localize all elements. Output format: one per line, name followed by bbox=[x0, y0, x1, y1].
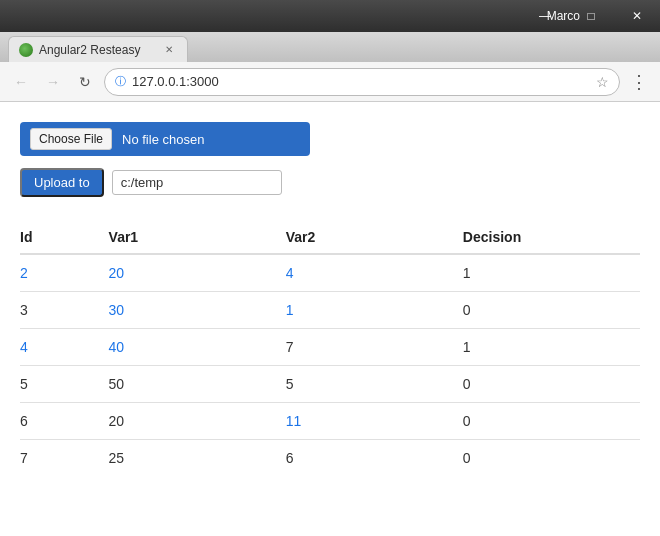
table-row: 620110 bbox=[20, 403, 640, 440]
url-info-icon: ⓘ bbox=[115, 74, 126, 89]
table-cell[interactable]: 40 bbox=[109, 329, 286, 366]
active-tab[interactable]: Angular2 Resteasy ✕ bbox=[8, 36, 188, 62]
tab-bar: Angular2 Resteasy ✕ bbox=[0, 32, 660, 62]
table-cell: 3 bbox=[20, 292, 109, 329]
url-text: 127.0.0.1:3000 bbox=[132, 74, 590, 89]
back-button[interactable]: ← bbox=[8, 69, 34, 95]
browser-menu-button[interactable]: ⋮ bbox=[626, 69, 652, 95]
tab-close-icon[interactable]: ✕ bbox=[161, 42, 177, 58]
table-row: 33010 bbox=[20, 292, 640, 329]
close-button[interactable]: ✕ bbox=[614, 0, 660, 32]
tab-label: Angular2 Resteasy bbox=[39, 43, 140, 57]
table-cell[interactable]: 1 bbox=[286, 292, 463, 329]
bookmark-star-icon[interactable]: ☆ bbox=[596, 74, 609, 90]
table-cell[interactable]: 30 bbox=[109, 292, 286, 329]
no-file-label: No file chosen bbox=[122, 132, 204, 147]
table-row: 55050 bbox=[20, 366, 640, 403]
col-header-id: Id bbox=[20, 221, 109, 254]
table-cell: 50 bbox=[109, 366, 286, 403]
col-header-var2: Var2 bbox=[286, 221, 463, 254]
upload-to-button[interactable]: Upload to bbox=[20, 168, 104, 197]
table-cell[interactable]: 2 bbox=[20, 254, 109, 292]
menu-dots-icon: ⋮ bbox=[630, 71, 648, 93]
table-cell: 0 bbox=[463, 292, 640, 329]
upload-row: Upload to bbox=[20, 168, 640, 197]
table-cell: 20 bbox=[109, 403, 286, 440]
choose-file-button[interactable]: Choose File bbox=[30, 128, 112, 150]
table-cell: 1 bbox=[463, 329, 640, 366]
forward-icon: → bbox=[46, 74, 60, 90]
table-cell: 6 bbox=[286, 440, 463, 477]
table-cell: 1 bbox=[463, 254, 640, 292]
url-bar[interactable]: ⓘ 127.0.0.1:3000 ☆ bbox=[104, 68, 620, 96]
table-cell: 5 bbox=[20, 366, 109, 403]
table-cell[interactable]: 4 bbox=[20, 329, 109, 366]
table-cell: 6 bbox=[20, 403, 109, 440]
table-row: 44071 bbox=[20, 329, 640, 366]
address-bar: ← → ↻ ⓘ 127.0.0.1:3000 ☆ ⋮ bbox=[0, 62, 660, 102]
col-header-var1: Var1 bbox=[109, 221, 286, 254]
col-header-decision: Decision bbox=[463, 221, 640, 254]
table-header-row: Id Var1 Var2 Decision bbox=[20, 221, 640, 254]
table-cell: 7 bbox=[20, 440, 109, 477]
data-table: Id Var1 Var2 Decision 220413301044071550… bbox=[20, 221, 640, 476]
table-cell: 0 bbox=[463, 440, 640, 477]
table-cell: 0 bbox=[463, 366, 640, 403]
table-cell[interactable]: 4 bbox=[286, 254, 463, 292]
minimize-button[interactable]: — bbox=[522, 0, 568, 32]
back-icon: ← bbox=[14, 74, 28, 90]
table-row: 72560 bbox=[20, 440, 640, 477]
maximize-button[interactable]: □ bbox=[568, 0, 614, 32]
refresh-button[interactable]: ↻ bbox=[72, 69, 98, 95]
table-cell: 7 bbox=[286, 329, 463, 366]
table-cell: 0 bbox=[463, 403, 640, 440]
file-chooser-row: Choose File No file chosen bbox=[20, 122, 310, 156]
table-cell[interactable]: 11 bbox=[286, 403, 463, 440]
table-cell: 25 bbox=[109, 440, 286, 477]
upload-destination-input[interactable] bbox=[112, 170, 282, 195]
forward-button[interactable]: → bbox=[40, 69, 66, 95]
table-cell[interactable]: 20 bbox=[109, 254, 286, 292]
title-bar: Marco — □ ✕ bbox=[0, 0, 660, 32]
refresh-icon: ↻ bbox=[79, 74, 91, 90]
window-controls: — □ ✕ bbox=[522, 0, 660, 32]
page-content: Choose File No file chosen Upload to Id … bbox=[0, 102, 660, 536]
table-row: 22041 bbox=[20, 254, 640, 292]
table-cell: 5 bbox=[286, 366, 463, 403]
tab-favicon-icon bbox=[19, 43, 33, 57]
